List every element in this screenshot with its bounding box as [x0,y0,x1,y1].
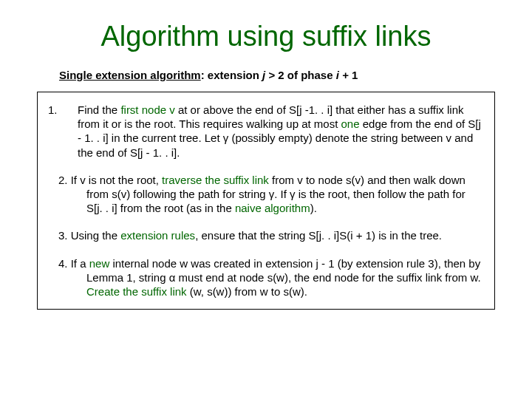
subhead: Single extension algorithm: extension j … [59,69,495,81]
step-1: 1. Find the first node v at or above the… [48,103,484,160]
subhead-sep: : extension [201,69,262,81]
subhead-one: 1 [352,69,358,81]
text: Find the [78,103,120,116]
highlight-naive-algorithm: naive algorithm [235,202,310,214]
subhead-gt: > 2 of phase [265,69,335,81]
highlight-new: new [89,257,110,270]
step-2: 2. If v is not the root, traverse the su… [48,173,484,216]
slide-title: Algorithm using suffix links [37,21,495,52]
highlight-extension-rules: extension rules [120,229,195,242]
highlight-first-node-v: first node v [120,103,174,116]
step-1-body: Find the first node v at or above the en… [78,103,484,160]
highlight-create-suffix-link: Create the suffix link [86,285,187,298]
text: , ensure that the string S[j. . i]S(i + … [195,229,442,242]
step-3: 3. Using the extension rules, ensure tha… [48,228,484,242]
step-1-number: 1. [48,103,78,160]
text: 4. If a [58,257,89,270]
subhead-label: Single extension algorithm [59,69,201,81]
highlight-traverse-suffix-link: traverse the suffix link [162,174,269,186]
subhead-i: i + [336,69,352,81]
text: internal node w was created in extension… [86,257,481,284]
highlight-one: one [341,117,360,130]
algorithm-box: 1. Find the first node v at or above the… [37,92,495,310]
text: (w, s(w)) from w to s(w). [187,285,307,298]
step-4: 4. If a new internal node w was created … [48,256,484,299]
text: 2. If v is not the root, [58,174,162,186]
text: 3. Using the [58,229,120,242]
text: ). [310,202,317,214]
slide: Algorithm using suffix links Single exte… [0,0,532,399]
